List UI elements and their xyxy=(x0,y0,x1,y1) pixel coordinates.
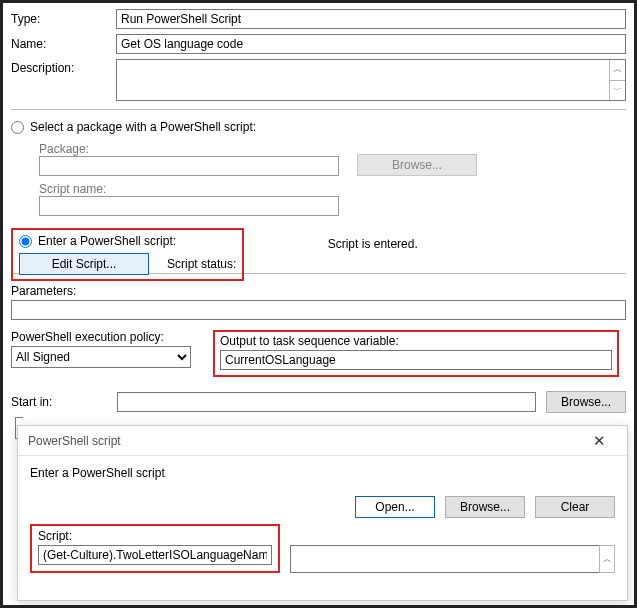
dialog-browse-button[interactable]: Browse... xyxy=(445,496,525,518)
parameters-label: Parameters: xyxy=(11,284,626,298)
script-label: Script: xyxy=(38,529,272,543)
script-area-extension[interactable] xyxy=(290,545,599,573)
package-browse-button: Browse... xyxy=(357,154,477,176)
chevron-down-icon[interactable]: ﹀ xyxy=(610,80,625,101)
clear-button[interactable]: Clear xyxy=(535,496,615,518)
dialog-title: PowerShell script xyxy=(28,434,121,448)
start-in-label: Start in: xyxy=(11,395,107,409)
parameters-field[interactable] xyxy=(11,300,626,320)
execution-policy-label: PowerShell execution policy: xyxy=(11,330,191,344)
edit-script-button[interactable]: Edit Script... xyxy=(19,253,149,275)
name-field[interactable] xyxy=(116,34,626,54)
script-status-value: Script is entered. xyxy=(328,237,418,251)
close-icon[interactable]: ✕ xyxy=(579,428,619,454)
output-variable-label: Output to task sequence variable: xyxy=(220,334,612,348)
select-package-radio[interactable] xyxy=(11,121,24,134)
dialog-prompt: Enter a PowerShell script xyxy=(30,466,615,480)
start-in-field[interactable] xyxy=(117,392,536,412)
execution-policy-select[interactable]: All Signed xyxy=(11,346,191,368)
enter-script-label: Enter a PowerShell script: xyxy=(38,234,176,248)
chevron-up-icon[interactable]: ︿ xyxy=(610,60,625,80)
type-label: Type: xyxy=(11,12,116,26)
scroll-up-icon[interactable]: ︿ xyxy=(600,546,614,572)
description-field[interactable] xyxy=(117,60,609,100)
script-name-field xyxy=(39,196,339,216)
package-field xyxy=(39,156,339,176)
powershell-script-dialog: PowerShell script ✕ Enter a PowerShell s… xyxy=(17,425,628,601)
package-label: Package: xyxy=(39,142,339,156)
select-package-label: Select a package with a PowerShell scrip… xyxy=(30,120,256,134)
type-field xyxy=(116,9,626,29)
script-content-field[interactable] xyxy=(38,545,272,565)
script-name-label: Script name: xyxy=(39,182,626,196)
enter-script-radio[interactable] xyxy=(19,235,32,248)
start-in-browse-button[interactable]: Browse... xyxy=(546,391,626,413)
name-label: Name: xyxy=(11,37,116,51)
output-variable-field[interactable] xyxy=(220,350,612,370)
script-status-label: Script status: xyxy=(167,257,236,271)
description-label: Description: xyxy=(11,59,116,75)
open-button[interactable]: Open... xyxy=(355,496,435,518)
